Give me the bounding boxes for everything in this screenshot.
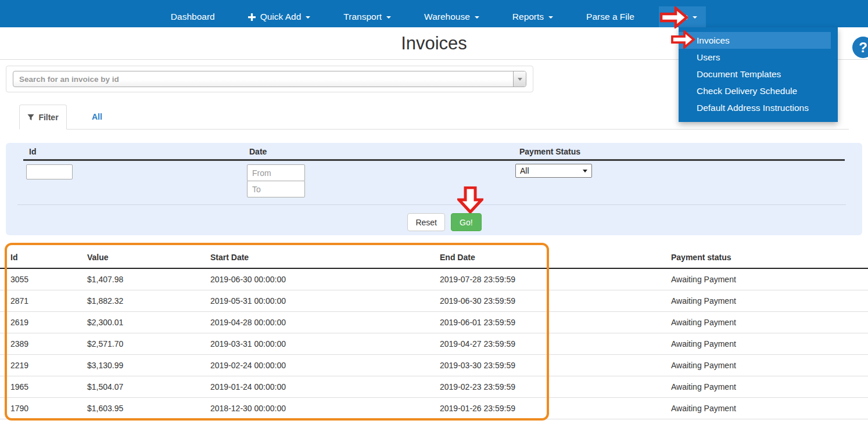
invoice-cell: Awaiting Payment	[666, 290, 868, 311]
caret-down-icon	[306, 16, 310, 19]
invoice-row[interactable]: 1790$1,603.952018-12-30 00:00:002019-01-…	[0, 397, 868, 419]
caret-down-icon	[548, 16, 553, 19]
nav-item-label: Reports	[512, 12, 544, 22]
invoice-cell: 2019-02-23 23:59:59	[435, 376, 666, 397]
invoices-table: IdValueStart DateEnd DatePayment status …	[0, 246, 868, 419]
filter-buttons: Reset Go!	[16, 213, 868, 231]
invoice-cell: $3,130.99	[83, 354, 206, 376]
invoice-cell: 2019-06-01 23:59:59	[435, 311, 666, 333]
more-menu-list: InvoicesUsersDocument TemplatesCheck Del…	[679, 32, 838, 116]
invoice-cell: 2019-05-31 00:00:00	[206, 290, 435, 311]
invoice-cell: 2019-01-24 00:00:00	[206, 376, 435, 397]
page: DashboardQuick AddTransportWarehouseRepo…	[0, 0, 868, 424]
go-button[interactable]: Go!	[451, 213, 482, 231]
invoice-cell: 2019-02-24 00:00:00	[206, 354, 435, 376]
search-panel: Search for an invoice by id	[6, 66, 533, 92]
invoice-cell: 2219	[0, 354, 83, 376]
tab-all[interactable]: All	[83, 105, 111, 129]
invoice-cell: 2019-03-30 23:59:59	[435, 354, 666, 376]
caret-down-icon	[693, 16, 697, 19]
nav-item-label: Quick Add	[260, 12, 302, 22]
menu-item-document-templates[interactable]: Document Templates	[679, 66, 838, 82]
invoice-cell: Awaiting Payment	[666, 397, 868, 419]
column-header-id: Id	[0, 246, 83, 268]
invoice-row[interactable]: 2619$2,300.012019-04-28 00:00:002019-06-…	[0, 311, 868, 333]
filter-date-to-input[interactable]	[247, 181, 305, 197]
invoice-cell: $1,882.32	[83, 290, 206, 311]
select-arrow-icon	[583, 170, 587, 173]
menu-item-default-address-instructions[interactable]: Default Address Instructions	[679, 99, 838, 116]
top-navbar: DashboardQuick AddTransportWarehouseRepo…	[0, 0, 868, 27]
column-header-payment-status: Payment status	[666, 246, 868, 268]
invoice-row[interactable]: 2219$3,130.992019-02-24 00:00:002019-03-…	[0, 354, 868, 376]
invoice-cell: 2019-03-31 00:00:00	[206, 333, 435, 354]
invoice-cell: Awaiting Payment	[666, 354, 868, 376]
invoice-cell: 2019-06-30 23:59:59	[435, 290, 666, 311]
invoice-cell: Awaiting Payment	[666, 333, 868, 354]
more-dropdown-menu: InvoicesUsersDocument TemplatesCheck Del…	[679, 27, 838, 122]
invoice-cell: Awaiting Payment	[666, 268, 868, 290]
column-header-start-date: Start Date	[206, 246, 435, 268]
nav-item-label: More	[668, 12, 688, 22]
funnel-icon	[27, 114, 34, 121]
filter-date-label: Date	[249, 147, 267, 156]
tab-all-label: All	[92, 112, 102, 121]
nav-item-label: Transport	[343, 12, 382, 22]
invoice-cell: Awaiting Payment	[666, 311, 868, 333]
invoice-cell: $1,504.07	[83, 376, 206, 397]
payment-status-select[interactable]: All	[515, 164, 592, 178]
nav-item-reports[interactable]: Reports	[504, 6, 562, 27]
invoice-row[interactable]: 2389$2,571.702019-03-31 00:00:002019-04-…	[0, 333, 868, 354]
column-header-value: Value	[83, 246, 206, 268]
invoice-cell: 2019-04-28 00:00:00	[206, 311, 435, 333]
invoice-search-select[interactable]: Search for an invoice by id	[13, 71, 526, 87]
menu-item-check-delivery-schedule[interactable]: Check Delivery Schedule	[679, 82, 838, 99]
caret-down-icon	[386, 16, 391, 19]
nav-item-quick-add[interactable]: Quick Add	[239, 6, 320, 27]
invoice-cell: 2389	[0, 333, 83, 354]
menu-item-invoices[interactable]: Invoices	[679, 32, 831, 49]
nav-item-transport[interactable]: Transport	[335, 6, 400, 27]
nav-item-dashboard[interactable]: Dashboard	[162, 6, 224, 27]
nav-item-more[interactable]: More	[659, 6, 706, 27]
invoice-cell: $2,300.01	[83, 311, 206, 333]
invoice-row[interactable]: 1965$1,504.072019-01-24 00:00:002019-02-…	[0, 376, 868, 397]
plus-icon	[248, 13, 256, 21]
menu-item-users[interactable]: Users	[679, 49, 838, 66]
invoice-cell: 2019-04-27 23:59:59	[435, 333, 666, 354]
filter-date-from-input[interactable]	[247, 164, 305, 181]
invoice-cell: 3055	[0, 268, 83, 290]
caret-down-icon	[475, 16, 479, 19]
invoice-cell: $2,571.70	[83, 333, 206, 354]
tab-filter-label: Filter	[38, 113, 58, 122]
invoice-cell: 2018-12-30 00:00:00	[206, 397, 435, 419]
invoice-cell: Awaiting Payment	[666, 376, 868, 397]
invoice-row[interactable]: 2871$1,882.322019-05-31 00:00:002019-06-…	[0, 290, 868, 311]
invoice-cell: 2019-06-30 00:00:00	[206, 268, 435, 290]
dropdown-arrow-icon[interactable]	[513, 71, 526, 87]
table-header-row: IdValueStart DateEnd DatePayment status	[0, 246, 868, 268]
invoices-table-body: 3055$1,407.982019-06-30 00:00:002019-07-…	[0, 268, 868, 419]
nav-item-label: Warehouse	[424, 12, 470, 22]
invoice-cell: 1965	[0, 376, 83, 397]
filter-id-input[interactable]	[26, 164, 73, 179]
invoice-cell: 1790	[0, 397, 83, 419]
invoice-cell: 2019-01-26 23:59:59	[435, 397, 666, 419]
page-title: Invoices	[401, 33, 467, 54]
nav-item-label: Parse a File	[586, 12, 634, 22]
reset-button[interactable]: Reset	[407, 213, 445, 231]
invoice-row[interactable]: 3055$1,407.982019-06-30 00:00:002019-07-…	[0, 268, 868, 290]
invoice-cell: 2619	[0, 311, 83, 333]
navbar-menu: DashboardQuick AddTransportWarehouseRepo…	[0, 0, 868, 27]
payment-status-value: All	[520, 166, 529, 175]
column-header-end-date: End Date	[435, 246, 666, 268]
filter-header-row: Id Date Payment Status	[23, 148, 845, 161]
search-placeholder: Search for an invoice by id	[13, 71, 513, 87]
nav-item-warehouse[interactable]: Warehouse	[415, 6, 488, 27]
invoice-cell: 2019-07-28 23:59:59	[435, 268, 666, 290]
nav-item-label: Dashboard	[171, 12, 215, 22]
nav-item-parse-a-file[interactable]: Parse a File	[578, 6, 643, 27]
invoice-cell: $1,407.98	[83, 268, 206, 290]
tab-filter[interactable]: Filter	[19, 105, 67, 130]
filter-payment-status-label: Payment Status	[519, 147, 580, 156]
